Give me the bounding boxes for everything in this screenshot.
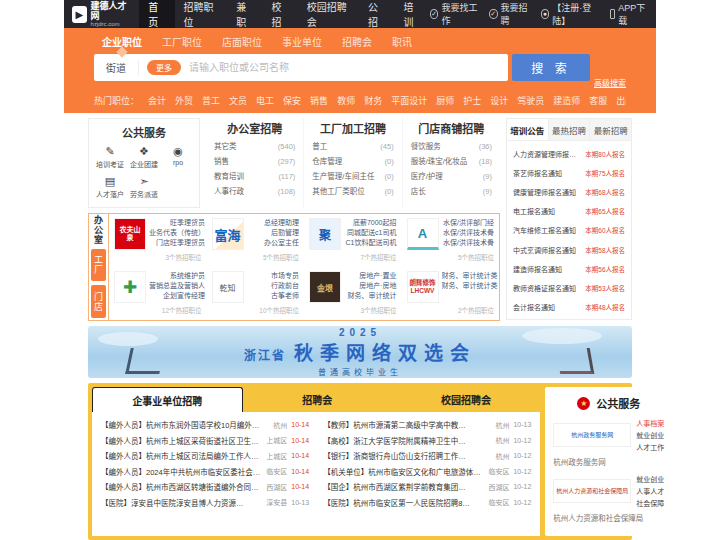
tab-institution-jobs[interactable]: 企事业单位招聘 bbox=[92, 387, 243, 412]
hot-job-link[interactable]: 文员 bbox=[229, 94, 247, 107]
hot-job-link[interactable]: 建造师 bbox=[553, 94, 580, 107]
job-link[interactable]: 门店旺季理货员 bbox=[149, 238, 205, 248]
training-notice-row[interactable]: 中式烹调师报名通知本期58人报名 bbox=[513, 240, 625, 259]
subnav-institutions[interactable]: 事业单位 bbox=[274, 31, 330, 53]
subnav-store-jobs[interactable]: 店面职位 bbox=[214, 31, 270, 53]
job-link[interactable]: 企划宣传经理 bbox=[149, 291, 205, 301]
company-tab-office[interactable]: 办公室 bbox=[89, 214, 108, 247]
gov-service-item[interactable]: 杭州政务服务网 人事档案 就业创业 人才工作 杭州政务服务网 bbox=[553, 418, 664, 467]
company-card[interactable]: 富海 总经理助理 后勤管理 办公室主任 5个热招职位 山东富海石化工程有限公司… bbox=[207, 214, 305, 267]
hot-job-link[interactable]: 驾驶员 bbox=[517, 94, 544, 107]
category-link[interactable]: 其他工厂类职位(0) bbox=[312, 184, 393, 199]
job-link[interactable]: 营销总监及营销人 bbox=[149, 281, 205, 291]
subnav-job-fair[interactable]: 招聘会 bbox=[334, 31, 380, 53]
category-link[interactable]: 生产管理/车间主任(0) bbox=[312, 169, 393, 184]
hot-job-link[interactable]: 护士 bbox=[463, 94, 481, 107]
login-register-link[interactable]: ● 【注册·登陆】 bbox=[541, 1, 600, 27]
category-link[interactable]: 医疗/护理(9) bbox=[411, 169, 492, 184]
gov-tag[interactable]: 社会保障 bbox=[636, 498, 664, 508]
tab-newest-jobs[interactable]: 最新招聘 bbox=[589, 119, 631, 140]
autumn-fair-banner[interactable]: 2025 浙江省 秋季网络双选会 普通高校毕业生 bbox=[88, 326, 632, 378]
hot-job-link[interactable]: 财务 bbox=[364, 94, 382, 107]
hot-job-link[interactable]: 销售 bbox=[310, 94, 328, 107]
job-listing-row[interactable]: 【机关单位】杭州市临安区文化和广电旅游体…临安区10-12 bbox=[323, 464, 531, 480]
category-link[interactable]: 销售(297) bbox=[214, 154, 295, 169]
job-listing-row[interactable]: 【编外人员】杭州市上城区采荷街道社区卫生…上城区10-14 bbox=[101, 433, 309, 449]
job-link[interactable]: 底薪7000起招 bbox=[344, 218, 397, 228]
training-notice-row[interactable]: 电工报名通知本期65人报名 bbox=[513, 202, 625, 221]
hot-job-link[interactable]: 教师 bbox=[337, 94, 355, 107]
hot-job-link[interactable]: 外贸 bbox=[175, 94, 193, 107]
category-link[interactable]: 餐饮服务(36) bbox=[411, 139, 492, 154]
company-card[interactable]: 乾知 市场专员 行政前台 古筝老师 10个热招职位 杭州乾知文化艺术有限公司 bbox=[207, 267, 305, 320]
nav-item-parttime[interactable]: 兼职 bbox=[227, 0, 262, 28]
company-tab-factory[interactable]: 工厂 bbox=[91, 249, 106, 282]
category-link[interactable]: 店长(9) bbox=[411, 184, 492, 199]
training-notice-row[interactable]: 人力资源管理师报名通知本期80人报名 bbox=[513, 144, 625, 163]
hot-job-link[interactable]: 保安 bbox=[283, 94, 301, 107]
job-link[interactable]: 房地产·置业 bbox=[344, 271, 397, 281]
job-link[interactable]: 水保/洪评部门经 bbox=[442, 218, 495, 228]
brand-logo[interactable]: ▶ 建德人才网 hzjdrc.com bbox=[72, 1, 129, 28]
tab-job-fairs[interactable]: 招聘会 bbox=[243, 387, 392, 412]
job-listing-row[interactable]: 【编外人员】杭州市上城区司法局编外工作人…上城区10-14 bbox=[101, 448, 309, 464]
hot-job-link[interactable]: 会计 bbox=[148, 94, 166, 107]
job-link[interactable]: 业务代表（传统） bbox=[149, 228, 205, 238]
nav-item-home[interactable]: 首页 bbox=[139, 0, 174, 28]
category-link[interactable]: 服装/珠宝/化妆品(18) bbox=[411, 154, 492, 169]
job-link[interactable]: 房地产·房地 bbox=[344, 281, 397, 291]
category-link[interactable]: 仓库管理(0) bbox=[312, 154, 393, 169]
hot-job-link[interactable]: 出纳 bbox=[616, 94, 626, 107]
hot-job-link[interactable]: 客服 bbox=[589, 94, 607, 107]
gov-tag[interactable]: 人事档案 bbox=[636, 418, 664, 428]
job-link[interactable]: 同城配送c1司机 bbox=[344, 228, 397, 238]
service-talent-settle[interactable]: ▤ 人才落户 bbox=[93, 175, 127, 199]
search-input[interactable] bbox=[189, 62, 508, 73]
hot-job-link[interactable]: 电工 bbox=[256, 94, 274, 107]
category-link[interactable]: 教育培训(117) bbox=[214, 169, 295, 184]
subnav-company-jobs[interactable]: 企业职位 bbox=[94, 31, 150, 53]
service-rpo[interactable]: ◉ rpo bbox=[161, 145, 195, 169]
company-card[interactable]: A 水保/洪评部门经 水保/洪评技术骨 水保/洪评技术骨 5个热招职位 湖州安澜… bbox=[402, 214, 500, 267]
job-link[interactable]: 财务、审计统计类 bbox=[442, 281, 498, 291]
job-link[interactable]: 总经理助理 bbox=[247, 218, 300, 228]
company-card[interactable]: ✚ 系统维护员 营销总监及营销人 企划宣传经理 12个热招职位 杭州怡生堂大药房… bbox=[109, 267, 207, 320]
job-listing-row[interactable]: 【医院】杭州市临安区第一人民医院招聘8…临安区10-12 bbox=[323, 495, 531, 511]
app-download-link[interactable]: APP下载 bbox=[610, 1, 648, 27]
job-listing-row[interactable]: 【编外人员】2024年中共杭州市临安区委社会…临安区10-14 bbox=[101, 464, 309, 480]
job-link[interactable]: 后勤管理 bbox=[247, 228, 300, 238]
job-link[interactable]: 行政前台 bbox=[247, 281, 300, 291]
service-team-building[interactable]: ❖ 企业团建 bbox=[127, 145, 161, 169]
company-card[interactable]: 农夫山泉 旺季理货员 业务代表（传统） 门店旺季理货员 3个热招职位 农夫山泉(… bbox=[109, 214, 207, 267]
gov-tag[interactable]: 就业创业 bbox=[636, 474, 664, 484]
hot-job-link[interactable]: 厨师 bbox=[436, 94, 454, 107]
job-link[interactable]: 系统维护员 bbox=[149, 271, 205, 281]
gov-tag[interactable]: 人事人才 bbox=[636, 486, 664, 496]
nav-item-campus-fair[interactable]: 校园招聘会 bbox=[298, 0, 359, 28]
training-notice-row[interactable]: 会计报名通知本期48人报名 bbox=[513, 298, 625, 317]
company-card[interactable]: 朗辉修饰 LHCWV 财务、审计统计类 财务、审计统计类 2个热招职位 杭州朗辉… bbox=[402, 267, 500, 320]
nav-item-public[interactable]: 公招 bbox=[359, 0, 394, 28]
tab-training-notices[interactable]: 培训公告 bbox=[507, 119, 548, 140]
job-listing-row[interactable]: 【高校】浙江大学医学院附属精神卫生中…杭州10-12 bbox=[323, 433, 531, 449]
job-listing-row[interactable]: 【银行】浙商银行舟山岱山支行招聘工作…杭州10-12 bbox=[323, 448, 531, 464]
gov-tag[interactable]: 人才工作 bbox=[636, 442, 664, 452]
job-link[interactable]: 水保/洪评技术骨 bbox=[442, 238, 495, 248]
hot-job-link[interactable]: 设计 bbox=[490, 94, 508, 107]
job-link[interactable]: 旺季理货员 bbox=[149, 218, 205, 228]
training-notice-row[interactable]: 教师资格证报名通知本期53人报名 bbox=[513, 278, 625, 297]
gov-tag[interactable]: 就业创业 bbox=[636, 430, 664, 440]
training-notice-row[interactable]: 茶艺师报名通知本期75人报名 bbox=[513, 163, 625, 182]
job-link[interactable]: 办公室主任 bbox=[247, 238, 300, 248]
tab-campus-fairs[interactable]: 校园招聘会 bbox=[392, 387, 541, 412]
job-link[interactable]: 财务、审计统计类 bbox=[442, 271, 498, 281]
job-listing-row[interactable]: 【编外人员】杭州市东润外国语学校10月编外…杭州10-14 bbox=[101, 417, 309, 433]
find-job-link[interactable]: ✓ 我要找工作 bbox=[430, 1, 479, 27]
gov-service-item[interactable]: 杭州人力资源和社会保障局 就业创业 人事人才 社会保障 杭州人力资源和社会保障局 bbox=[553, 474, 664, 523]
training-notice-row[interactable]: 汽车维修工报名通知本期60人报名 bbox=[513, 221, 625, 240]
nav-item-positions[interactable]: 招聘职位 bbox=[175, 0, 228, 28]
job-listing-row[interactable]: 【教师】杭州市源清第二高级中学高中教…杭州10-13 bbox=[323, 417, 531, 433]
region-select[interactable]: 街道 bbox=[94, 60, 139, 75]
job-link[interactable]: C1饮料配送司机 bbox=[344, 238, 397, 248]
advanced-search-link[interactable]: 高级搜索 bbox=[594, 77, 626, 88]
